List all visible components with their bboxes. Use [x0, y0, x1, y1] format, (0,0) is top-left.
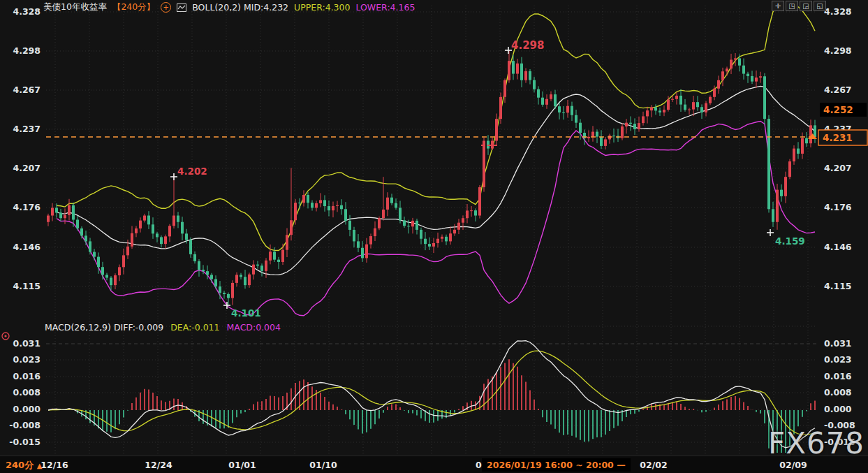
macd-axis-label: -0.015 [9, 437, 41, 447]
pan-tool-icon[interactable]: ◱ [814, 1, 826, 11]
price-axis-label: 4.328 [824, 6, 852, 17]
chart-toolbar: ✛ ◳ ◲ ◱ [772, 1, 826, 11]
macd-axis-label: 0.000 [824, 404, 852, 414]
trading-chart-app: 4.3284.3284.2984.2984.2674.2674.2374.237… [0, 0, 868, 473]
boll-lower-line [57, 122, 815, 316]
macd-axis-label: 0.000 [13, 404, 41, 414]
price-axis-label: 4.207 [13, 163, 41, 173]
boll-mid-line [57, 86, 815, 275]
date-tick-label: 02/09 [779, 460, 807, 470]
price-axis-label: 4.146 [13, 242, 41, 252]
grid-lines [46, 6, 817, 454]
target-marker-icon[interactable] [2, 333, 9, 340]
macd-axis-label: 0.016 [824, 371, 852, 381]
macd-axis-label: 0.023 [13, 354, 41, 365]
macd-diff-readout: MACD(26,12,9) DIFF:-0.009 [45, 322, 163, 333]
price-axis-label: 4.328 [13, 6, 41, 17]
date-tick-label: 12/24 [145, 460, 172, 470]
crosshair-tool-icon[interactable]: ✛ [772, 1, 784, 11]
zoom-out-tool-icon[interactable]: ◳ [786, 1, 798, 11]
main-legend: 美债10年收益率 【240分】 + BOLL(20,2) MID:4.232 U… [43, 1, 415, 13]
price-axis-label: 4.298 [13, 45, 41, 56]
price-axis-label: 4.267 [13, 85, 41, 95]
date-tick-label: 01/10 [309, 460, 337, 470]
date-tick-label: 02/02 [640, 460, 667, 470]
price-axis-label: 4.115 [824, 281, 852, 291]
chart-canvas[interactable]: 4.3284.3284.2984.2984.2674.2674.2374.237… [0, 0, 868, 473]
macd-pane [48, 341, 815, 466]
macd-axis-label: 0.031 [824, 338, 852, 349]
alert-price-value: 4.252 [823, 104, 853, 115]
chart-type-icon[interactable] [177, 3, 186, 12]
interval-tag[interactable]: 【240分】 [112, 1, 155, 13]
price-axis-label: 4.207 [824, 163, 852, 173]
boll-mid-readout: BOLL(20,2) MID:4.232 [192, 2, 288, 13]
boll-upper-line [57, 1, 815, 250]
current-price-value: 4.231 [823, 132, 853, 143]
price-axis-label: 4.237 [13, 124, 41, 134]
macd-legend: MACD(26,12,9) DIFF:-0.009 DEA:-0.011 MAC… [45, 322, 281, 333]
price-axis-label: 4.298 [824, 45, 852, 56]
crosshair-timestamp: 2026/01/19 16:00 ~ 20:00 — [482, 458, 631, 472]
date-tick-label: 01/01 [228, 460, 256, 470]
symbol-title: 美债10年收益率 [43, 1, 107, 13]
macd-axis-label: 0.008 [824, 387, 852, 398]
macd-dea-readout: DEA:-0.011 [170, 322, 219, 333]
price-axis-label: 4.176 [13, 202, 41, 212]
macd-axis-label: -0.008 [9, 420, 41, 430]
covered-date-digit: 0 [476, 460, 482, 470]
extreme-price-label: 4.202 [177, 166, 207, 177]
boll-upper-readout: UPPER:4.300 [294, 2, 350, 13]
extreme-price-label: 4.298 [511, 39, 544, 52]
current-price-tag: 4.231 [818, 130, 867, 145]
price-axis-label: 4.146 [824, 242, 852, 252]
zoom-in-tool-icon[interactable]: ◲ [800, 1, 812, 11]
macd-axis-label: 0.008 [13, 387, 41, 398]
alert-price-tag: 4.252 [820, 103, 867, 117]
chart-annotations: 4.2024.1014.2984.159 [170, 39, 805, 319]
extreme-price-label: 4.159 [775, 235, 805, 247]
candlestick-series [47, 50, 816, 305]
price-axis-label: 4.176 [824, 202, 852, 212]
time-axis-bar: 240分 ▲ 12/1612/2401/0101/1002/0202/09 0 … [0, 456, 868, 473]
macd-histogram [52, 359, 815, 465]
interval-selector[interactable]: 240分 ▲ [6, 459, 42, 472]
macd-axis-label: 0.016 [13, 371, 41, 381]
extreme-price-label: 4.101 [231, 307, 261, 319]
add-compare-icon[interactable]: + [161, 2, 171, 13]
macd-value-readout: MACD:0.004 [227, 322, 281, 333]
date-tick-label: 12/16 [41, 460, 68, 470]
boll-lower-readout: LOWER:4.165 [355, 2, 415, 13]
price-axis-label: 4.115 [13, 281, 41, 291]
macd-axis-label: 0.023 [824, 354, 852, 365]
macd-axis-label: 0.031 [13, 338, 41, 349]
price-axis-label: 4.267 [824, 85, 852, 95]
